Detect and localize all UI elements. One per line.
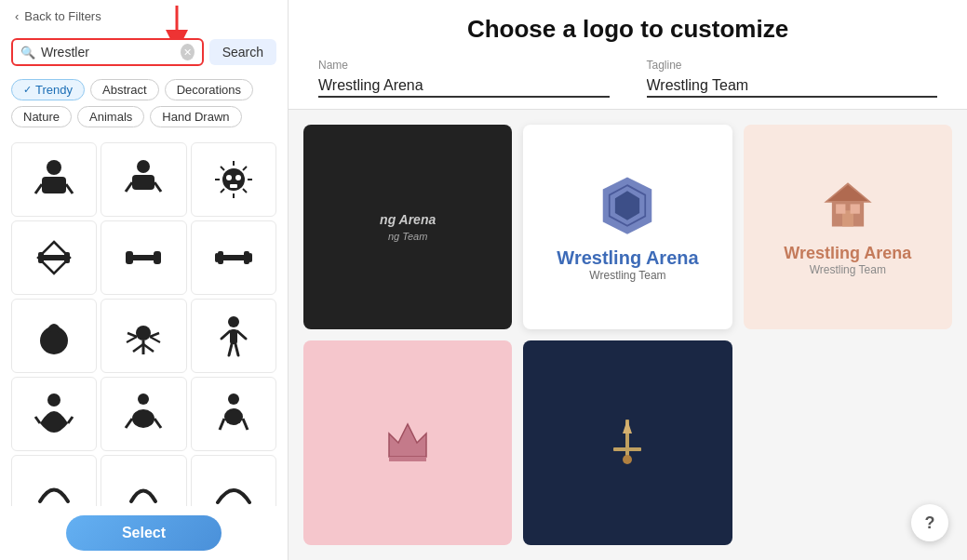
svg-line-19 [221,189,224,193]
svg-line-53 [126,419,132,428]
tag-hand-drawn[interactable]: Hand Drawn [150,106,241,127]
logo-dark-tagline: ng Team [388,231,427,242]
icon-sumo-bow-1[interactable] [101,377,186,451]
tag-abstract[interactable]: Abstract [90,79,159,100]
search-row: 🔍 ✕ Search [0,33,288,72]
icon-sumo-2[interactable] [101,142,186,217]
svg-rect-26 [126,251,133,264]
svg-marker-70 [623,420,632,433]
icon-sumo-1[interactable] [11,142,97,217]
icon-arc-3[interactable] [191,455,276,506]
svg-rect-23 [38,252,44,263]
tagline-label: Tagline [647,59,938,72]
svg-line-4 [66,184,73,193]
svg-rect-27 [154,251,161,264]
svg-point-55 [228,393,239,405]
icon-sumo-squat[interactable] [11,377,97,451]
logo-peach-name: Wrestling Arena [784,244,911,263]
back-label: Back to Filters [24,9,101,23]
tag-decorations[interactable]: Decorations [165,79,253,100]
icon-dumbbells[interactable] [101,220,186,295]
svg-line-50 [68,417,73,423]
svg-line-20 [243,189,247,193]
icon-fighter-standing[interactable] [191,299,276,373]
hex-icon [595,173,660,238]
icon-weight-bar[interactable] [191,220,276,295]
search-button[interactable]: Search [209,39,276,65]
svg-rect-2 [42,177,66,193]
filter-tags: Trendy Abstract Decorations Nature Anima… [0,72,288,135]
svg-line-44 [222,331,230,339]
svg-rect-22 [40,255,68,260]
icon-kettlebell[interactable] [11,299,97,373]
svg-line-38 [128,333,137,337]
svg-line-37 [143,344,154,352]
svg-point-52 [132,409,154,428]
logo-dark-name: ng Arena [380,212,436,227]
search-icon-small: 🔍 [20,46,35,60]
icon-spider-wrestler[interactable] [101,299,186,373]
svg-line-41 [150,337,160,342]
icon-sumo-bow-2[interactable] [191,377,276,451]
logo-peach-tagline: Wrestling Team [810,263,886,276]
svg-rect-28 [222,255,246,260]
left-panel: ‹ Back to Filters 🔍 ✕ Search Trendy Abst… [0,0,289,560]
svg-line-46 [229,344,232,355]
logo-card-navy-inner [581,396,674,489]
back-arrow-icon: ‹ [15,9,19,23]
svg-point-48 [47,393,60,407]
icon-sun-skull[interactable] [191,142,276,217]
tag-trendy[interactable]: Trendy [11,79,85,100]
svg-point-11 [235,175,241,180]
svg-rect-65 [836,204,845,213]
logo-card-peach[interactable]: Wrestling Arena Wrestling Team [744,125,952,329]
svg-line-49 [35,417,40,423]
icon-diamond-dumbbell[interactable] [11,220,97,295]
logo-card-white[interactable]: Wrestling Arena Wrestling Team [523,125,732,329]
crown-icon [380,415,436,471]
svg-line-36 [133,344,143,352]
logo-card-white-inner: Wrestling Arena Wrestling Team [538,154,717,300]
svg-marker-64 [827,184,867,200]
logo-card-pink[interactable] [303,340,512,545]
logo-card-dark-inner: ng Arena ng Team [361,193,454,260]
tag-nature[interactable]: Nature [11,106,72,127]
tag-animals[interactable]: Animals [77,106,144,127]
svg-point-51 [138,393,149,405]
icon-arc-2[interactable] [101,455,186,506]
select-button[interactable]: Select [66,515,222,551]
search-input[interactable] [41,45,181,60]
svg-point-34 [136,326,151,340]
svg-line-3 [35,184,42,193]
logo-card-navy[interactable] [523,340,732,545]
svg-point-56 [224,408,243,425]
back-to-filters[interactable]: ‹ Back to Filters [0,0,288,33]
select-button-wrap: Select [0,506,288,560]
svg-line-45 [237,331,246,339]
fields-row: Name Tagline [318,59,937,98]
svg-rect-24 [64,252,70,263]
clear-search-button[interactable]: ✕ [181,44,194,60]
name-label: Name [318,59,610,72]
svg-line-39 [150,333,159,337]
svg-rect-68 [389,457,426,461]
svg-line-57 [220,419,224,430]
svg-point-5 [137,160,150,173]
svg-rect-12 [230,184,237,188]
svg-rect-32 [248,253,252,262]
svg-point-1 [47,160,61,175]
svg-rect-6 [132,175,154,190]
logo-white-name: Wrestling Arena [557,247,698,269]
svg-rect-31 [215,253,219,262]
help-button[interactable]: ? [911,504,948,541]
name-input[interactable] [318,75,610,98]
icon-arc-1[interactable] [11,455,97,506]
svg-line-8 [154,182,161,192]
svg-line-7 [126,182,132,192]
svg-line-40 [127,337,137,342]
tagline-input[interactable] [647,75,938,98]
svg-line-17 [221,167,224,170]
logo-card-dark[interactable]: ng Arena ng Team [303,125,512,329]
logo-white-tagline: Wrestling Team [589,269,665,282]
svg-point-10 [226,175,232,180]
